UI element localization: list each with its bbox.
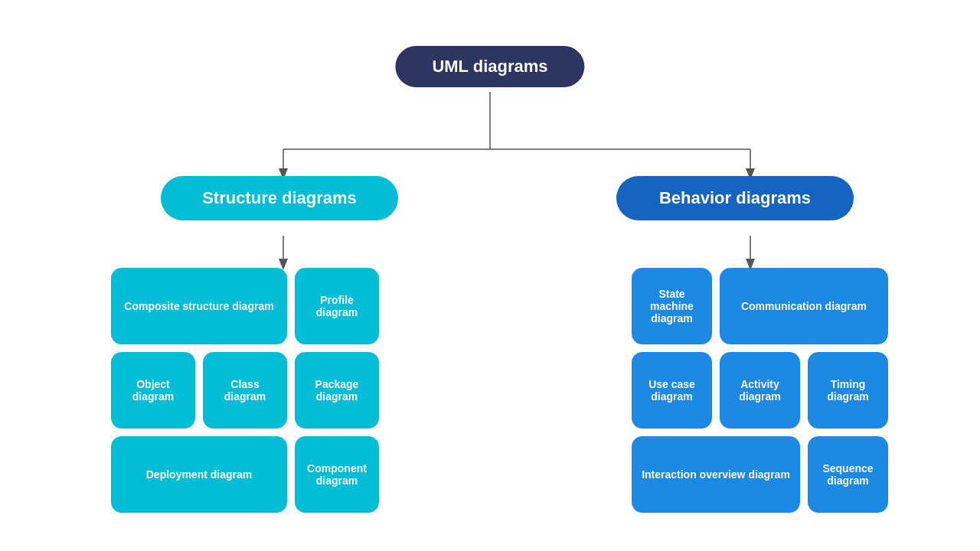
diagram-container: UML diagrams Structure diagrams Behavior… [69,23,911,528]
structure-diagrams-node: Structure diagrams [161,176,398,220]
profile-diagram: Profile diagram [295,268,379,344]
class-diagram: Class diagram [203,352,287,429]
state-machine-diagram: State machine diagram [632,268,712,344]
deployment-diagram: Deployment diagram [111,436,287,513]
root-node: UML diagrams [395,46,584,87]
activity-diagram: Activity diagram [720,352,800,429]
behavior-grid: State machine diagram Communication diag… [632,268,888,513]
component-diagram: Component diagram [295,436,379,513]
interaction-overview-diagram: Interaction overview diagram [632,436,800,513]
timing-diagram: Timing diagram [808,352,888,429]
behavior-diagrams-node: Behavior diagrams [616,176,854,220]
sequence-diagram: Sequence diagram [808,436,888,513]
composite-structure-diagram: Composite structure diagram [111,268,287,344]
communication-diagram: Communication diagram [720,268,888,344]
package-diagram: Package diagram [295,352,379,429]
use-case-diagram: Use case diagram [632,352,712,429]
object-diagram: Object diagram [111,352,195,429]
structure-grid: Composite structure diagram Profile diag… [111,268,379,513]
